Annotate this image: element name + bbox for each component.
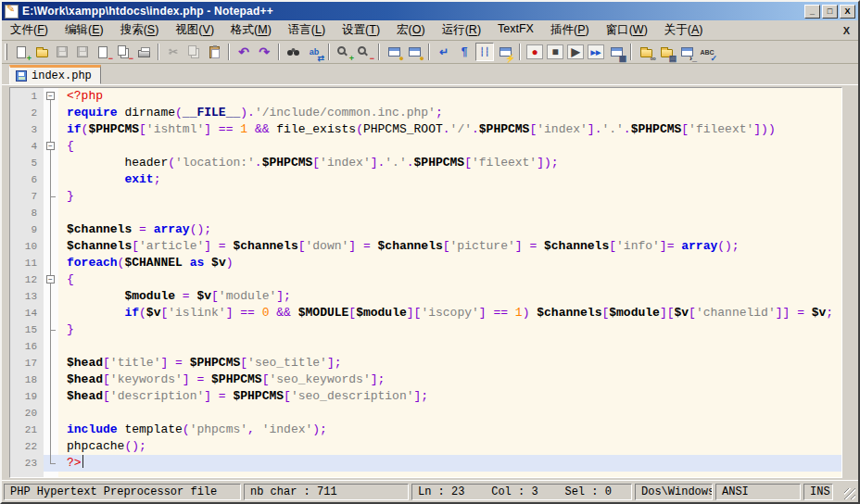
- code-line[interactable]: 2require dirname(__FILE__).'/include/com…: [10, 105, 841, 121]
- paste-icon[interactable]: [205, 43, 223, 61]
- stop-recording-icon[interactable]: ■: [547, 44, 563, 59]
- line-number[interactable]: 2: [10, 105, 44, 121]
- code-line[interactable]: 23?>: [10, 455, 841, 472]
- tab-index-php[interactable]: index.php: [9, 65, 101, 84]
- close-all-icon[interactable]: −: [114, 43, 133, 61]
- menu-item[interactable]: 语言(L): [280, 19, 334, 41]
- line-number[interactable]: 10: [10, 238, 44, 255]
- menu-item[interactable]: 运行(R): [434, 19, 489, 41]
- line-number[interactable]: 11: [10, 255, 44, 271]
- line-number[interactable]: 16: [10, 338, 44, 355]
- menu-item[interactable]: TextFX: [489, 19, 542, 41]
- menu-item[interactable]: 宏(O): [388, 19, 434, 41]
- close-file-icon[interactable]: −: [94, 43, 112, 61]
- fold-collapse-icon[interactable]: −: [44, 271, 58, 288]
- code-line[interactable]: 10$channels['article'] = $channels['down…: [10, 238, 841, 255]
- line-number[interactable]: 12: [10, 271, 44, 288]
- menu-item[interactable]: 设置(T): [334, 19, 388, 41]
- menu-item[interactable]: 插件(P): [542, 19, 598, 41]
- code-line[interactable]: 4−{: [10, 138, 841, 155]
- line-number[interactable]: 14: [10, 305, 44, 321]
- code-line[interactable]: 1−<?php: [10, 88, 841, 105]
- code-line[interactable]: 13 $module = $v['module'];: [10, 288, 841, 305]
- run-macro-multiple-icon[interactable]: ▶▶: [588, 44, 604, 59]
- redo-icon[interactable]: ↷: [255, 43, 273, 61]
- indent-guide-icon[interactable]: ┆┆: [475, 43, 494, 61]
- print-icon[interactable]: [134, 43, 153, 61]
- line-number[interactable]: 13: [10, 288, 44, 305]
- menu-item[interactable]: 窗口(W): [598, 19, 656, 41]
- menu-item[interactable]: 格式(M): [222, 19, 280, 41]
- code-editor[interactable]: 1−<?php2require dirname(__FILE__).'/incl…: [9, 87, 842, 478]
- code-line[interactable]: 20: [10, 405, 841, 422]
- zoom-in-icon[interactable]: +: [335, 43, 353, 61]
- cut-icon[interactable]: ✂: [164, 43, 183, 61]
- code-line[interactable]: 16: [10, 338, 841, 355]
- line-number[interactable]: 8: [10, 205, 44, 221]
- code-line[interactable]: 19$head['description'] = $PHPCMS['seo_de…: [10, 388, 841, 405]
- line-number[interactable]: 3: [10, 121, 44, 138]
- open-document-folder-icon[interactable]: ▤: [657, 43, 676, 61]
- replace-icon[interactable]: ab⇄: [305, 43, 323, 61]
- new-file-icon[interactable]: +: [12, 43, 31, 61]
- code-line[interactable]: 15}: [10, 321, 841, 338]
- line-number[interactable]: 15: [10, 321, 44, 338]
- code-line[interactable]: 11foreach($CHANNEL as $v): [10, 255, 841, 271]
- code-line[interactable]: 9$channels = array();: [10, 221, 841, 238]
- line-number[interactable]: 4: [10, 138, 44, 155]
- menu-item[interactable]: 关于(A): [656, 19, 712, 41]
- code-line[interactable]: 5 header('location:'.$PHPCMS['index'].'.…: [10, 155, 841, 171]
- close-document-icon[interactable]: X: [835, 25, 858, 36]
- word-wrap-icon[interactable]: ↵: [435, 43, 453, 61]
- line-number[interactable]: 22: [10, 438, 44, 455]
- close-button[interactable]: X: [840, 5, 855, 19]
- resize-grip[interactable]: [836, 483, 856, 500]
- line-number[interactable]: 7: [10, 188, 44, 205]
- zoom-out-icon[interactable]: −: [355, 43, 373, 61]
- line-number[interactable]: 20: [10, 405, 44, 422]
- code-line[interactable]: 8: [10, 205, 841, 221]
- menu-item[interactable]: 视图(V): [167, 19, 222, 41]
- line-number[interactable]: 9: [10, 221, 44, 238]
- minimize-button[interactable]: _: [804, 5, 820, 19]
- code-line[interactable]: 14 if($v['islink'] == 0 && $MODULE[$modu…: [10, 305, 841, 321]
- code-line[interactable]: 18$head['keywords'] = $PHPCMS['seo_keywo…: [10, 372, 841, 388]
- line-number[interactable]: 23: [10, 455, 44, 472]
- save-all-icon[interactable]: [73, 43, 92, 61]
- find-icon[interactable]: [285, 43, 303, 61]
- show-all-characters-icon[interactable]: ¶: [455, 43, 474, 61]
- code-line[interactable]: 3if($PHPCMS['ishtml'] == 1 && file_exist…: [10, 121, 841, 138]
- launch-console-icon[interactable]: ›_: [677, 43, 696, 61]
- line-number[interactable]: 1: [10, 88, 44, 105]
- function-list-icon[interactable]: ⚡: [496, 43, 514, 61]
- maximize-button[interactable]: □: [822, 5, 838, 19]
- sync-horizontal-scroll-icon[interactable]: ●: [405, 43, 424, 61]
- undo-icon[interactable]: ↶: [234, 43, 253, 61]
- line-number[interactable]: 21: [10, 422, 44, 438]
- code-line[interactable]: 21include template('phpcms', 'index');: [10, 422, 841, 438]
- spell-check-icon[interactable]: ABC✓: [698, 43, 716, 61]
- sync-vertical-scroll-icon[interactable]: ●: [385, 43, 403, 61]
- line-number[interactable]: 18: [10, 372, 44, 388]
- line-number[interactable]: 17: [10, 355, 44, 372]
- save-macro-icon[interactable]: ▦: [607, 43, 626, 61]
- fold-collapse-icon[interactable]: −: [44, 88, 58, 105]
- code-line[interactable]: 22phpcache();: [10, 438, 841, 455]
- record-macro-icon[interactable]: ●: [526, 44, 543, 59]
- open-file-icon[interactable]: [32, 43, 51, 61]
- open-containing-folder-icon[interactable]: ∞: [637, 43, 655, 61]
- menu-item[interactable]: 搜索(S): [112, 19, 168, 41]
- line-number[interactable]: 5: [10, 155, 44, 171]
- code-line[interactable]: 17$head['title'] = $PHPCMS['seo_title'];: [10, 355, 841, 372]
- menu-item[interactable]: 文件(F): [2, 19, 57, 41]
- line-number[interactable]: 19: [10, 388, 44, 405]
- menu-item[interactable]: 编辑(E): [57, 19, 112, 41]
- copy-icon[interactable]: [184, 43, 203, 61]
- fold-collapse-icon[interactable]: −: [44, 138, 58, 155]
- code-line[interactable]: 6 exit;: [10, 171, 841, 188]
- code-line[interactable]: 12−{: [10, 271, 841, 288]
- save-file-icon[interactable]: [53, 43, 71, 61]
- code-line[interactable]: 7}: [10, 188, 841, 205]
- line-number[interactable]: 6: [10, 171, 44, 188]
- play-macro-icon[interactable]: ▶: [567, 44, 584, 59]
